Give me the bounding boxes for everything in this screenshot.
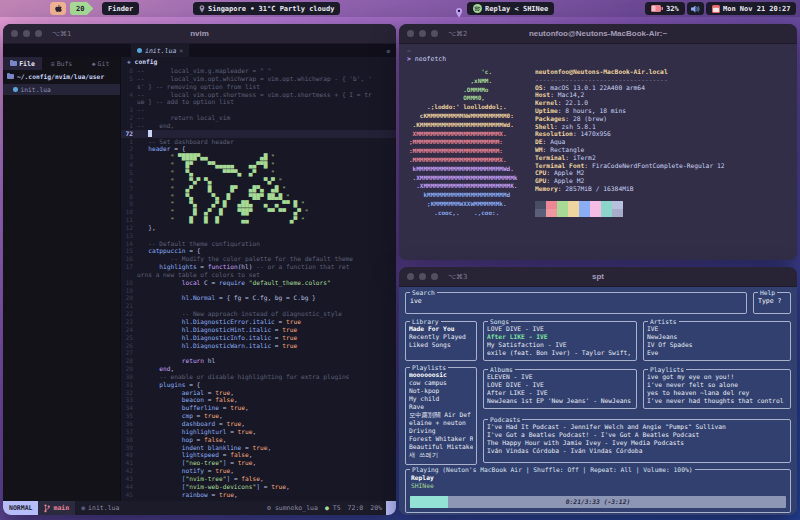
- sidebar-tab-bufs[interactable]: ≡Bufs: [42, 57, 81, 70]
- space-badge[interactable]: 20: [70, 2, 93, 15]
- color-swatch: [612, 209, 623, 217]
- list-item[interactable]: Beautiful Mistakes: [409, 443, 473, 451]
- speaker-icon: [691, 5, 700, 13]
- weather-widget[interactable]: Singapore • 31°C Partly cloudy: [193, 2, 340, 15]
- list-item[interactable]: Rave: [409, 403, 473, 411]
- list-item[interactable]: After LIKE - IVE: [487, 333, 633, 341]
- spotify-icon: [473, 4, 482, 13]
- search-input[interactable]: ive: [406, 293, 746, 309]
- list-item[interactable]: Eve: [647, 349, 787, 357]
- git-branch-segment[interactable]: main: [38, 501, 75, 515]
- active-app-label: Finder: [108, 5, 133, 13]
- list-item[interactable]: Made For You: [409, 325, 473, 333]
- sidebar-tab-git[interactable]: ◆Git: [81, 57, 120, 70]
- progress-bar[interactable]: 0:21/3:33 (-3:12): [410, 496, 786, 508]
- tab-init-lua[interactable]: init.lua ×: [131, 44, 189, 57]
- vim-mode-badge: NORMAL: [3, 501, 38, 515]
- list-item[interactable]: moooooosic: [409, 371, 473, 379]
- sidebar-root-folder[interactable]: ~/.config/nvim/lua/user: [3, 70, 120, 83]
- list-item[interactable]: Not-kpop: [409, 387, 473, 395]
- editor-line: 44 ["nvim-web-devicons"] = true,: [121, 483, 396, 491]
- editor-line: 41 ["neo-tree"] = true,: [121, 459, 396, 467]
- apple-menu[interactable]: [50, 2, 66, 15]
- editor-line: 43 ["nvim-tree"] = false,: [121, 475, 396, 483]
- list-item[interactable]: NewJeans: [647, 333, 787, 341]
- git-icon: ◆: [92, 60, 96, 68]
- now-playing-widget[interactable]: Replay < SHINee: [467, 2, 554, 15]
- editor-line: 1-- end,: [121, 122, 396, 130]
- active-app[interactable]: Finder: [102, 2, 139, 15]
- git-branch-icon: [44, 504, 50, 513]
- editor-line: 20 hl.Normal = { fg = C.fg, bg = C.bg }: [121, 294, 396, 302]
- list-item[interactable]: Forest Whitaker Ra: [409, 435, 473, 443]
- list-item[interactable]: 모中露別關 Air Def: [409, 411, 473, 419]
- sidebar-tab-file[interactable]: File: [3, 57, 42, 70]
- tabline-button-icon[interactable]: ●: [386, 47, 390, 54]
- list-item[interactable]: LOVE DIVE - IVE: [487, 381, 633, 389]
- terminal-body[interactable]: ~ > neofetch 'c. ,xNMM. .OMMMMo OMMM0, .…: [399, 44, 797, 260]
- battery-widget[interactable]: 32%: [645, 2, 685, 15]
- terminal-titlebar: ⌥⌘2 neutonfoo@Neutons-MacBook-Air:~: [399, 24, 797, 44]
- list-item[interactable]: elaine + neuton: [409, 419, 473, 427]
- editor-line: 4-- local_vim.opt.shortmess = vim.opt.sh…: [121, 91, 396, 99]
- sidebar-item-init-lua[interactable]: init.lua: [3, 84, 120, 95]
- list-item[interactable]: The Happy Hour with Jamie Ivey - Ivey Me…: [487, 439, 787, 447]
- list-item[interactable]: I've Had It Podcast - Jennifer Welch and…: [487, 423, 787, 431]
- clock-widget[interactable]: Mon Nov 21 20:27: [706, 2, 796, 15]
- albums-box: AlbumsELEVEN - IVELOVE DIVE - IVEAfter L…: [483, 369, 637, 409]
- editor-line: 13: [121, 232, 396, 240]
- editor-line: 35 cmp = true,: [121, 412, 396, 420]
- menubar: 20 Finder Singapore • 31°C Partly cloudy…: [0, 0, 800, 17]
- list-item[interactable]: yes to heaven ~lana del rey: [647, 389, 787, 397]
- list-item[interactable]: Iván Vindas Córdoba - Iván Vindas Córdob…: [487, 447, 787, 455]
- list-item[interactable]: NewJeans 1st EP 'New Jeans' - NewJeans: [487, 397, 633, 405]
- list-item[interactable]: Recently Played: [409, 333, 473, 341]
- list-item[interactable]: IV Of Spades: [647, 341, 787, 349]
- editor-line: 21: [121, 302, 396, 310]
- folder-icon: [7, 74, 14, 79]
- editor-pane[interactable]: ◈ config 8-- local_vim.g.mapleader = " "…: [121, 57, 396, 501]
- volume-widget[interactable]: [687, 2, 704, 15]
- list-item[interactable]: 새 쓰레기: [409, 451, 473, 459]
- list-item[interactable]: My Satisfaction - IVE: [487, 341, 633, 349]
- editor-line: 26 hl.DiagnosticWarn.italic = true: [121, 342, 396, 350]
- playlists-left-box: Playlistsmoooooosiccow campusNot-kpopMy …: [405, 367, 477, 465]
- neofetch-info-line: CPU: Apple M2: [535, 169, 725, 177]
- list-item[interactable]: LOVE DIVE - IVE: [487, 325, 633, 333]
- swatch-row-top: [535, 201, 623, 209]
- neofetch-info-line: Terminal Font: FiraCodeNerdFontComplete-…: [535, 162, 725, 170]
- editor-line: 33 beacon = false,: [121, 396, 396, 404]
- weather-label: Singapore • 31°C Partly cloudy: [208, 5, 334, 13]
- help-box[interactable]: Help Type ?: [753, 292, 791, 314]
- color-swatch: [579, 201, 590, 209]
- lua-file-icon: [13, 87, 18, 92]
- command-text: neofetch: [415, 55, 446, 63]
- editor-line: 5-- local_vim.opt.whichwrap = vim.opt.wh…: [121, 75, 396, 83]
- color-swatch: [601, 209, 612, 217]
- tab-close-icon[interactable]: ×: [179, 47, 183, 55]
- search-box[interactable]: Search ive: [405, 292, 747, 314]
- list-item[interactable]: exile (feat. Bon Iver) - Taylor Swift,: [487, 349, 633, 357]
- window-title: spt: [399, 272, 797, 281]
- list-item[interactable]: My child: [409, 395, 473, 403]
- location-pin-icon[interactable]: [455, 3, 463, 22]
- list-item[interactable]: Liked Songs: [409, 341, 473, 349]
- playing-artist: SHINee: [406, 482, 790, 490]
- list-item[interactable]: cow campus: [409, 379, 473, 387]
- list-item[interactable]: Driving: [409, 427, 473, 435]
- list-item[interactable]: ive got my eye on you!!: [647, 373, 787, 381]
- neofetch-info: neutonfoo@Neutons-MacBook-Air.local-----…: [535, 68, 725, 193]
- list-item[interactable]: IVE: [647, 325, 787, 333]
- color-swatch: [590, 201, 601, 209]
- sidebar-file-label: init.lua: [21, 86, 51, 93]
- progress-time: 0:21/3:33 (-3:12): [410, 496, 786, 508]
- nvim-titlebar: ⌥⌘1 nvim: [3, 24, 396, 44]
- list-item[interactable]: I've Got a Beatles Podcast! - I've Got A…: [487, 431, 787, 439]
- list-item[interactable]: I've never had thoughts that control me: [647, 397, 787, 405]
- list-item[interactable]: After LIKE - IVE: [487, 389, 633, 397]
- editor-lines[interactable]: 8-- local_vim.g.mapleader = " "5-- local…: [121, 67, 396, 498]
- list-item[interactable]: i've never felt so alone: [647, 381, 787, 389]
- editor-line: 31 plugins = {: [121, 381, 396, 389]
- list-item[interactable]: ELEVEN - IVE: [487, 373, 633, 381]
- editor-line: 12 },: [121, 224, 396, 232]
